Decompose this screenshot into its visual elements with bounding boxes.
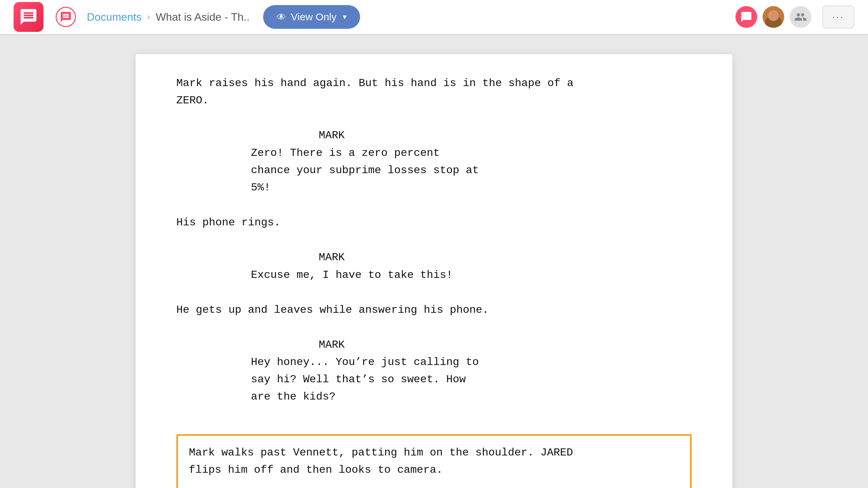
user-avatar-add[interactable] — [790, 6, 811, 28]
avatar-pink-icon — [740, 11, 752, 23]
main-content: Mark raises his hand again. But his hand… — [0, 34, 868, 488]
user-avatar-photo[interactable] — [763, 6, 784, 28]
script-block-5: He gets up and leaves while answering hi… — [176, 301, 692, 319]
breadcrumb: Documents › What is Aside - Th.. — [87, 11, 250, 23]
script-block-6: MARK Hey honey... You’re just calling to… — [176, 336, 692, 406]
breadcrumb-separator: › — [147, 12, 150, 22]
script-block-7: Mark walks past Vennett, patting him on … — [189, 444, 679, 479]
script-block-3: His phone rings. — [176, 214, 692, 231]
breadcrumb-documents-link[interactable]: Documents — [87, 11, 142, 23]
dialogue-mark-1: Zero! There is a zero percent chance you… — [251, 144, 590, 197]
action-line-2: His phone rings. — [176, 216, 280, 229]
app-logo-icon — [19, 7, 38, 26]
user-avatar-pink[interactable] — [735, 6, 757, 28]
character-name-mark-3: MARK — [319, 336, 692, 353]
highlighted-script-section: Mark walks past Vennett, patting him on … — [176, 434, 692, 488]
header: Documents › What is Aside - Th.. 👁 View … — [0, 0, 868, 34]
nav-messages-icon-button[interactable] — [56, 7, 76, 27]
eye-icon: 👁 — [277, 12, 286, 23]
chevron-down-icon: ▾ — [343, 13, 347, 21]
app-logo — [14, 2, 43, 32]
more-options-button[interactable]: ··· — [822, 5, 854, 28]
script-block-4: MARK Excuse me, I have to take this! — [176, 249, 692, 283]
character-name-mark-2: MARK — [319, 249, 692, 266]
header-right-actions: ··· — [735, 5, 854, 28]
script-block-2: MARK Zero! There is a zero percent chanc… — [176, 127, 692, 196]
view-only-button[interactable]: 👁 View Only ▾ — [263, 5, 360, 29]
view-only-label: View Only — [291, 11, 337, 23]
dialogue-mark-3: Hey honey... You’re just calling to say … — [251, 353, 590, 406]
messages-icon — [60, 11, 72, 23]
action-line-highlighted: Mark walks past Vennett, patting him on … — [189, 446, 573, 476]
add-person-icon — [794, 11, 807, 23]
action-line-1: Mark raises his hand again. But his hand… — [176, 77, 573, 107]
action-line-3: He gets up and leaves while answering hi… — [176, 304, 489, 316]
script-block-1: Mark raises his hand again. But his hand… — [176, 75, 692, 109]
dialogue-mark-2: Excuse me, I have to take this! — [251, 266, 590, 284]
document-page: Mark raises his hand again. But his hand… — [136, 54, 732, 488]
breadcrumb-current-doc: What is Aside - Th.. — [156, 11, 250, 23]
character-name-mark-1: MARK — [319, 127, 692, 144]
